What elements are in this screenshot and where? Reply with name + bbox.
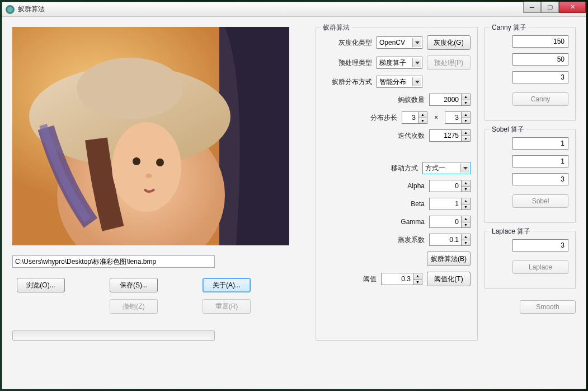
gamma-label: Gamma [323, 218, 425, 226]
beta-input[interactable]: ▲▼ [429, 198, 471, 210]
move-label: 移动方式 [323, 164, 418, 173]
app-icon [6, 5, 15, 14]
iter-label: 迭代次数 [323, 131, 425, 141]
window-title: 蚁群算法 [18, 4, 523, 14]
pre-type-label: 预处理类型 [323, 58, 372, 68]
svg-point-5 [112, 122, 181, 212]
gamma-input[interactable]: ▲▼ [429, 216, 471, 228]
chevron-down-icon [415, 81, 420, 83]
sobel-group: Sobel 算子 Sobel [484, 129, 576, 223]
about-button[interactable]: 关于(A)... [203, 278, 251, 292]
svg-point-4 [77, 58, 183, 119]
dist-combo[interactable]: 智能分布 [377, 76, 422, 88]
laplace-button[interactable]: Laplace [512, 260, 568, 274]
alpha-label: Alpha [323, 182, 425, 190]
pre-type-combo[interactable]: 梯度算子 [377, 57, 422, 69]
reset-button[interactable]: 重置(R) [203, 299, 251, 314]
minimize-button[interactable]: ─ [523, 2, 541, 13]
thresh-label: 阈值 [323, 274, 377, 284]
canny-legend: Canny 算子 [490, 23, 529, 32]
sobel-v3-input[interactable] [512, 173, 568, 185]
close-button[interactable]: ✕ [559, 2, 586, 13]
titlebar[interactable]: 蚁群算法 ─ ▢ ✕ [2, 2, 586, 17]
step-y-input[interactable]: ▲▼ [445, 111, 471, 124]
lena-image [12, 27, 289, 245]
gray-type-label: 灰度化类型 [323, 38, 372, 48]
grayscale-button[interactable]: 灰度化(G) [427, 35, 471, 50]
sobel-legend: Sobel 算子 [490, 125, 526, 134]
canny-v2-input[interactable] [512, 53, 568, 66]
maximize-button[interactable]: ▢ [541, 2, 559, 13]
dist-label: 蚁群分布方式 [323, 77, 372, 87]
step-label: 分布步长 [323, 113, 397, 123]
sobel-v2-input[interactable] [512, 155, 568, 167]
aco-run-button[interactable]: 蚁群算法(B) [427, 252, 471, 266]
alpha-input[interactable]: ▲▼ [429, 180, 471, 192]
laplace-legend: Laplace 算子 [490, 227, 533, 236]
chevron-down-icon [463, 167, 468, 170]
evap-input[interactable]: ▲▼ [429, 234, 471, 246]
browse-button[interactable]: 浏览(O)... [17, 278, 65, 292]
evap-label: 蒸发系数 [323, 235, 425, 245]
canny-v3-input[interactable] [512, 71, 568, 83]
beta-label: Beta [323, 200, 425, 208]
smooth-button[interactable]: Smooth [520, 300, 576, 314]
aco-legend: 蚁群算法 [321, 23, 352, 32]
chevron-down-icon [415, 41, 420, 44]
aco-group: 蚁群算法 灰度化类型 OpenCV 灰度化(G) 预处理类型 梯度算子 预处理(… [316, 27, 478, 341]
iter-input[interactable]: ▲▼ [429, 129, 471, 142]
sobel-button[interactable]: Sobel [512, 194, 568, 208]
svg-point-8 [145, 174, 152, 178]
app-window: 蚁群算法 ─ ▢ ✕ [2, 2, 586, 389]
chevron-down-icon [415, 62, 420, 64]
ant-count-label: 蚂蚁数量 [323, 95, 425, 105]
canny-v1-input[interactable] [512, 35, 568, 48]
file-path-input[interactable] [12, 255, 215, 268]
thresh-input[interactable]: ▲▼ [381, 273, 422, 285]
laplace-v1-input[interactable] [512, 239, 568, 252]
step-x-input[interactable]: ▲▼ [402, 111, 427, 124]
undo-button[interactable]: 撤销(Z) [110, 299, 158, 314]
sobel-v1-input[interactable] [512, 137, 568, 150]
svg-point-6 [133, 157, 140, 165]
canny-group: Canny 算子 Canny [484, 27, 576, 121]
image-preview [12, 27, 289, 245]
threshold-button[interactable]: 阈值化(T) [427, 272, 471, 286]
ant-count-input[interactable]: ▲▼ [429, 94, 471, 106]
progress-bar [12, 331, 215, 341]
move-combo[interactable]: 方式一 [422, 162, 471, 174]
canny-button[interactable]: Canny [512, 92, 568, 106]
svg-point-7 [156, 159, 164, 166]
laplace-group: Laplace 算子 Laplace [484, 231, 576, 289]
preprocess-button[interactable]: 预处理(P) [427, 55, 471, 70]
save-button[interactable]: 保存(S)... [110, 278, 158, 292]
multiply-label: × [434, 114, 438, 122]
gray-type-combo[interactable]: OpenCV [377, 36, 422, 49]
